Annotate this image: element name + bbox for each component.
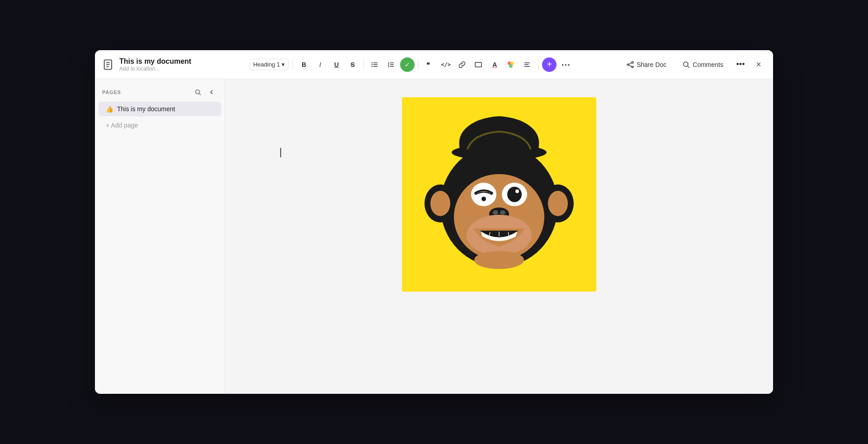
close-icon: × [756,59,761,70]
underline-button[interactable]: U [329,57,344,72]
page-item-current[interactable]: 👍 This is my document [99,102,221,116]
topbar-right: Share Doc Comments ••• × [620,57,766,72]
svg-line-32 [199,94,201,95]
toolbar-divider-4 [538,59,538,70]
numbered-list-button[interactable]: 1. 2. 3. [384,57,398,72]
comments-label: Comments [693,61,723,68]
check-icon: ✓ [405,61,410,68]
check-button[interactable]: ✓ [400,57,415,72]
align-button[interactable] [520,57,534,72]
embedded-image [402,97,596,292]
bold-button[interactable]: B [297,57,311,72]
svg-point-24 [632,61,633,63]
editor-area[interactable]: | [225,79,773,394]
media-button[interactable] [471,57,486,72]
quote-button[interactable]: ❝ [422,57,437,72]
svg-point-45 [515,189,519,193]
page-title: This is my document [117,105,175,113]
modal-overlay: This is my document Add to location... H… [0,0,868,444]
svg-point-37 [430,191,450,216]
svg-text:3.: 3. [388,65,390,67]
add-page-button[interactable]: + Add page [99,118,221,132]
page-emoji: 👍 [106,105,113,113]
bullet-list-button[interactable] [368,57,382,72]
topbar-left: This is my document Add to location... [102,57,202,72]
svg-point-31 [196,90,200,94]
code-button[interactable]: </> [439,57,453,72]
svg-rect-17 [475,62,481,67]
strikethrough-button[interactable]: S [345,57,360,72]
svg-point-20 [509,64,513,68]
share-doc-label: Share Doc [637,61,666,68]
sidebar-pages-title: PAGES [102,90,121,95]
svg-line-30 [688,66,689,68]
toolbar-divider-2 [363,59,364,70]
svg-text:❝: ❝ [426,61,430,68]
svg-point-54 [474,251,524,269]
sidebar: PAGES [95,79,225,394]
search-comments-icon [683,61,690,68]
more-dots-icon: ••• [736,60,745,69]
add-content-button[interactable]: + [542,57,557,72]
svg-point-48 [493,210,498,215]
svg-point-41 [471,183,496,206]
heading-dropdown-arrow: ▾ [282,61,285,68]
colors-button[interactable] [504,57,518,72]
heading-select[interactable]: Heading 1 ▾ [249,59,289,70]
document-title: This is my document [119,57,191,66]
svg-point-29 [684,62,688,66]
svg-line-28 [629,65,632,66]
sidebar-search-button[interactable] [192,86,204,98]
sidebar-header-icons [192,86,217,98]
svg-line-27 [629,62,632,64]
sidebar-collapse-button[interactable] [206,86,217,98]
heading-label: Heading 1 [253,61,280,68]
svg-point-5 [372,64,373,65]
toolbar-divider-3 [418,59,419,70]
italic-button[interactable]: I [313,57,327,72]
text-color-button[interactable]: A [487,57,502,72]
monkey-svg [402,97,596,292]
share-doc-button[interactable]: Share Doc [620,58,673,71]
toolbar-divider-1 [292,59,293,70]
svg-point-4 [372,62,373,63]
document-modal: This is my document Add to location... H… [95,50,773,394]
svg-point-25 [632,66,633,68]
text-cursor: | [279,147,282,157]
svg-point-46 [481,197,486,201]
add-page-label: + Add page [106,122,138,129]
comments-button[interactable]: Comments [676,58,730,71]
close-modal-button[interactable]: × [751,57,766,72]
toolbar: Heading 1 ▾ B I U S [202,57,620,72]
svg-point-39 [548,191,568,216]
share-icon [627,61,634,68]
more-options-button[interactable]: ⋯ [558,57,573,72]
modal-body: PAGES [95,79,773,394]
svg-point-49 [500,210,505,215]
document-subtitle: Add to location... [119,66,191,72]
topbar: This is my document Add to location... H… [95,50,773,79]
sidebar-header: PAGES [95,85,225,102]
plus-icon: + [547,59,552,70]
more-menu-button[interactable]: ••• [733,57,748,72]
link-button[interactable] [455,57,469,72]
svg-point-6 [372,66,373,66]
title-area: This is my document Add to location... [119,57,191,72]
svg-point-26 [627,64,629,66]
document-icon [102,58,115,71]
